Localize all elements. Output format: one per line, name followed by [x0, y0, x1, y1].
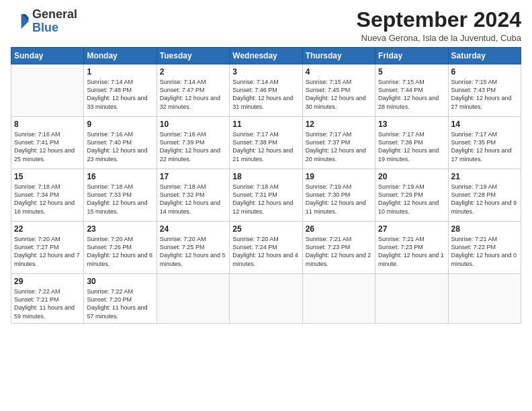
- calendar-cell: 14Sunrise: 7:17 AMSunset: 7:35 PMDayligh…: [448, 117, 521, 169]
- calendar-cell: 15Sunrise: 7:18 AMSunset: 7:34 PMDayligh…: [11, 169, 84, 222]
- day-info: Sunrise: 7:21 AMSunset: 7:23 PMDaylight:…: [378, 236, 444, 267]
- day-number: 13: [378, 120, 445, 129]
- day-info: Sunrise: 7:18 AMSunset: 7:31 PMDaylight:…: [232, 183, 293, 214]
- day-number: 16: [87, 172, 153, 181]
- header-sunday: Sunday: [11, 48, 84, 64]
- day-number: 17: [160, 172, 226, 181]
- calendar-page: General Blue September 2024 Nueva Gerona…: [0, 0, 532, 330]
- header-thursday: Thursday: [302, 48, 375, 64]
- day-number: 20: [378, 172, 445, 181]
- header-friday: Friday: [375, 48, 448, 64]
- day-number: 21: [451, 172, 518, 181]
- calendar-cell: 13Sunrise: 7:17 AMSunset: 7:36 PMDayligh…: [375, 117, 448, 169]
- calendar-cell: 23Sunrise: 7:20 AMSunset: 7:26 PMDayligh…: [84, 222, 157, 274]
- calendar-cell: 28Sunrise: 7:21 AMSunset: 7:22 PMDayligh…: [448, 222, 521, 274]
- day-info: Sunrise: 7:17 AMSunset: 7:38 PMDaylight:…: [232, 131, 293, 162]
- calendar-cell: 8Sunrise: 7:16 AMSunset: 7:41 PMDaylight…: [11, 117, 84, 169]
- day-info: Sunrise: 7:15 AMSunset: 7:44 PMDaylight:…: [378, 79, 439, 109]
- day-number: 5: [378, 67, 445, 77]
- day-info: Sunrise: 7:21 AMSunset: 7:22 PMDaylight:…: [451, 236, 517, 267]
- calendar-table: Sunday Monday Tuesday Wednesday Thursday…: [11, 47, 521, 324]
- day-info: Sunrise: 7:17 AMSunset: 7:36 PMDaylight:…: [378, 131, 439, 162]
- day-info: Sunrise: 7:14 AMSunset: 7:47 PMDaylight:…: [160, 79, 220, 109]
- day-number: 11: [232, 120, 299, 129]
- day-number: 6: [451, 67, 518, 77]
- calendar-cell: 16Sunrise: 7:18 AMSunset: 7:33 PMDayligh…: [84, 169, 157, 222]
- header-saturday: Saturday: [448, 48, 521, 64]
- header-monday: Monday: [84, 48, 157, 64]
- day-number: 2: [160, 67, 226, 77]
- day-info: Sunrise: 7:22 AMSunset: 7:20 PMDaylight:…: [87, 288, 147, 319]
- day-info: Sunrise: 7:19 AMSunset: 7:29 PMDaylight:…: [378, 183, 439, 214]
- day-info: Sunrise: 7:18 AMSunset: 7:33 PMDaylight:…: [87, 183, 147, 214]
- day-number: 28: [451, 224, 518, 234]
- calendar-cell: 19Sunrise: 7:19 AMSunset: 7:30 PMDayligh…: [302, 169, 375, 222]
- day-number: 1: [87, 67, 153, 77]
- day-info: Sunrise: 7:17 AMSunset: 7:35 PMDaylight:…: [451, 131, 512, 162]
- calendar-cell: [11, 64, 84, 117]
- day-number: 29: [14, 277, 81, 286]
- day-info: Sunrise: 7:16 AMSunset: 7:40 PMDaylight:…: [87, 131, 147, 162]
- day-number: 8: [14, 120, 81, 129]
- day-info: Sunrise: 7:22 AMSunset: 7:21 PMDaylight:…: [14, 288, 75, 319]
- day-info: Sunrise: 7:19 AMSunset: 7:28 PMDaylight:…: [451, 183, 517, 214]
- header-tuesday: Tuesday: [157, 48, 229, 64]
- calendar-week-1: 1Sunrise: 7:14 AMSunset: 7:48 PMDaylight…: [11, 64, 521, 117]
- day-info: Sunrise: 7:16 AMSunset: 7:39 PMDaylight:…: [160, 131, 220, 162]
- calendar-cell: 4Sunrise: 7:15 AMSunset: 7:45 PMDaylight…: [302, 64, 375, 117]
- day-info: Sunrise: 7:20 AMSunset: 7:24 PMDaylight:…: [232, 236, 298, 267]
- day-number: 26: [306, 224, 372, 234]
- calendar-cell: 12Sunrise: 7:17 AMSunset: 7:37 PMDayligh…: [302, 117, 375, 169]
- day-info: Sunrise: 7:18 AMSunset: 7:34 PMDaylight:…: [14, 183, 75, 214]
- calendar-cell: [448, 274, 521, 324]
- day-info: Sunrise: 7:21 AMSunset: 7:23 PMDaylight:…: [306, 236, 371, 267]
- day-info: Sunrise: 7:15 AMSunset: 7:43 PMDaylight:…: [451, 79, 512, 109]
- day-number: 14: [451, 120, 518, 129]
- calendar-cell: 22Sunrise: 7:20 AMSunset: 7:27 PMDayligh…: [11, 222, 84, 274]
- location-subtitle: Nueva Gerona, Isla de la Juventud, Cuba: [357, 33, 521, 43]
- day-number: 19: [306, 172, 372, 181]
- logo-icon: [11, 12, 30, 31]
- calendar-cell: 21Sunrise: 7:19 AMSunset: 7:28 PMDayligh…: [448, 169, 521, 222]
- calendar-cell: 29Sunrise: 7:22 AMSunset: 7:21 PMDayligh…: [11, 274, 84, 324]
- calendar-cell: 25Sunrise: 7:20 AMSunset: 7:24 PMDayligh…: [230, 222, 302, 274]
- day-number: 30: [87, 277, 153, 286]
- day-number: 23: [87, 224, 153, 234]
- logo-general: General: [32, 7, 77, 21]
- calendar-cell: [302, 274, 375, 324]
- day-info: Sunrise: 7:20 AMSunset: 7:26 PMDaylight:…: [87, 236, 152, 267]
- calendar-cell: 24Sunrise: 7:20 AMSunset: 7:25 PMDayligh…: [157, 222, 229, 274]
- day-info: Sunrise: 7:14 AMSunset: 7:46 PMDaylight:…: [232, 79, 293, 109]
- title-block: September 2024 Nueva Gerona, Isla de la …: [357, 8, 521, 43]
- calendar-cell: 2Sunrise: 7:14 AMSunset: 7:47 PMDaylight…: [157, 64, 229, 117]
- header: General Blue September 2024 Nueva Gerona…: [11, 8, 521, 43]
- day-info: Sunrise: 7:18 AMSunset: 7:32 PMDaylight:…: [160, 183, 220, 214]
- calendar-cell: 20Sunrise: 7:19 AMSunset: 7:29 PMDayligh…: [375, 169, 448, 222]
- day-number: 3: [232, 67, 299, 77]
- day-number: 15: [14, 172, 81, 181]
- calendar-cell: 27Sunrise: 7:21 AMSunset: 7:23 PMDayligh…: [375, 222, 448, 274]
- calendar-cell: 30Sunrise: 7:22 AMSunset: 7:20 PMDayligh…: [84, 274, 157, 324]
- day-info: Sunrise: 7:20 AMSunset: 7:27 PMDaylight:…: [14, 236, 80, 267]
- day-number: 25: [232, 224, 299, 234]
- calendar-week-5: 29Sunrise: 7:22 AMSunset: 7:21 PMDayligh…: [11, 274, 521, 324]
- day-number: 12: [306, 120, 372, 129]
- day-info: Sunrise: 7:15 AMSunset: 7:45 PMDaylight:…: [306, 79, 366, 109]
- calendar-cell: [375, 274, 448, 324]
- calendar-cell: 6Sunrise: 7:15 AMSunset: 7:43 PMDaylight…: [448, 64, 521, 117]
- calendar-cell: [230, 274, 302, 324]
- calendar-cell: 5Sunrise: 7:15 AMSunset: 7:44 PMDaylight…: [375, 64, 448, 117]
- logo: General Blue: [11, 8, 77, 35]
- header-wednesday: Wednesday: [230, 48, 302, 64]
- day-number: 10: [160, 120, 226, 129]
- calendar-body: 1Sunrise: 7:14 AMSunset: 7:48 PMDaylight…: [11, 64, 521, 324]
- calendar-cell: 11Sunrise: 7:17 AMSunset: 7:38 PMDayligh…: [230, 117, 302, 169]
- day-number: 22: [14, 224, 81, 234]
- day-number: 24: [160, 224, 226, 234]
- calendar-week-3: 15Sunrise: 7:18 AMSunset: 7:34 PMDayligh…: [11, 169, 521, 222]
- logo-blue: Blue: [32, 21, 58, 34]
- calendar-cell: 1Sunrise: 7:14 AMSunset: 7:48 PMDaylight…: [84, 64, 157, 117]
- calendar-cell: [157, 274, 229, 324]
- calendar-cell: 18Sunrise: 7:18 AMSunset: 7:31 PMDayligh…: [230, 169, 302, 222]
- calendar-cell: 26Sunrise: 7:21 AMSunset: 7:23 PMDayligh…: [302, 222, 375, 274]
